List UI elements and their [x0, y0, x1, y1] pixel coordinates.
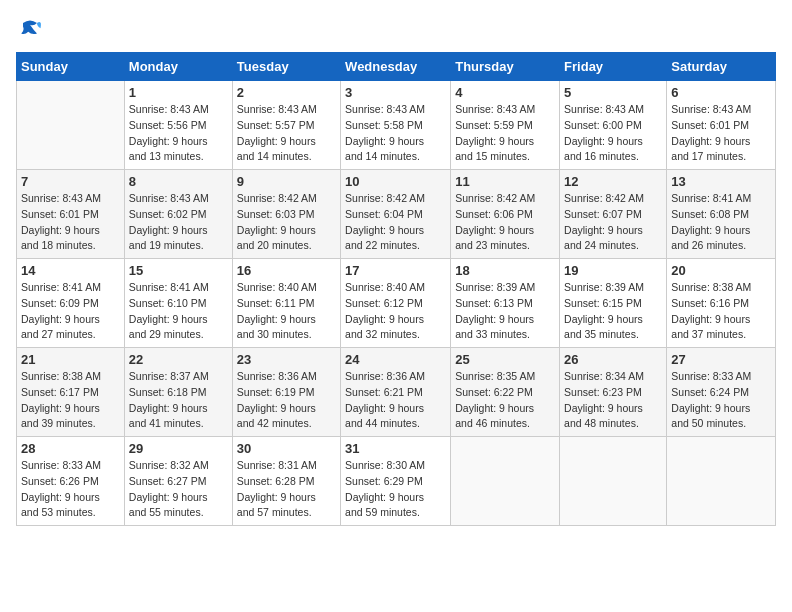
day-number: 26 — [564, 352, 662, 367]
calendar-cell: 1Sunrise: 8:43 AM Sunset: 5:56 PM Daylig… — [124, 81, 232, 170]
weekday-header-wednesday: Wednesday — [341, 53, 451, 81]
calendar-cell — [17, 81, 125, 170]
logo-bird-icon — [16, 16, 44, 44]
weekday-header-tuesday: Tuesday — [232, 53, 340, 81]
day-info: Sunrise: 8:43 AM Sunset: 5:57 PM Dayligh… — [237, 102, 336, 165]
day-info: Sunrise: 8:42 AM Sunset: 6:03 PM Dayligh… — [237, 191, 336, 254]
day-number: 13 — [671, 174, 771, 189]
day-number: 10 — [345, 174, 446, 189]
calendar-cell: 10Sunrise: 8:42 AM Sunset: 6:04 PM Dayli… — [341, 170, 451, 259]
calendar-cell: 16Sunrise: 8:40 AM Sunset: 6:11 PM Dayli… — [232, 259, 340, 348]
day-number: 18 — [455, 263, 555, 278]
day-info: Sunrise: 8:34 AM Sunset: 6:23 PM Dayligh… — [564, 369, 662, 432]
day-number: 3 — [345, 85, 446, 100]
day-info: Sunrise: 8:39 AM Sunset: 6:13 PM Dayligh… — [455, 280, 555, 343]
calendar-cell: 15Sunrise: 8:41 AM Sunset: 6:10 PM Dayli… — [124, 259, 232, 348]
day-info: Sunrise: 8:42 AM Sunset: 6:06 PM Dayligh… — [455, 191, 555, 254]
calendar-cell: 4Sunrise: 8:43 AM Sunset: 5:59 PM Daylig… — [451, 81, 560, 170]
day-number: 21 — [21, 352, 120, 367]
weekday-header-thursday: Thursday — [451, 53, 560, 81]
day-number: 5 — [564, 85, 662, 100]
day-info: Sunrise: 8:31 AM Sunset: 6:28 PM Dayligh… — [237, 458, 336, 521]
calendar-cell: 26Sunrise: 8:34 AM Sunset: 6:23 PM Dayli… — [560, 348, 667, 437]
weekday-header-saturday: Saturday — [667, 53, 776, 81]
day-number: 1 — [129, 85, 228, 100]
calendar-cell: 25Sunrise: 8:35 AM Sunset: 6:22 PM Dayli… — [451, 348, 560, 437]
calendar-cell: 14Sunrise: 8:41 AM Sunset: 6:09 PM Dayli… — [17, 259, 125, 348]
day-number: 25 — [455, 352, 555, 367]
calendar-cell: 7Sunrise: 8:43 AM Sunset: 6:01 PM Daylig… — [17, 170, 125, 259]
calendar-cell: 9Sunrise: 8:42 AM Sunset: 6:03 PM Daylig… — [232, 170, 340, 259]
day-info: Sunrise: 8:37 AM Sunset: 6:18 PM Dayligh… — [129, 369, 228, 432]
day-number: 15 — [129, 263, 228, 278]
calendar-week-row: 1Sunrise: 8:43 AM Sunset: 5:56 PM Daylig… — [17, 81, 776, 170]
day-number: 27 — [671, 352, 771, 367]
day-number: 11 — [455, 174, 555, 189]
day-info: Sunrise: 8:38 AM Sunset: 6:16 PM Dayligh… — [671, 280, 771, 343]
day-number: 29 — [129, 441, 228, 456]
page-header — [16, 16, 776, 44]
day-info: Sunrise: 8:40 AM Sunset: 6:11 PM Dayligh… — [237, 280, 336, 343]
day-number: 8 — [129, 174, 228, 189]
day-info: Sunrise: 8:43 AM Sunset: 5:56 PM Dayligh… — [129, 102, 228, 165]
day-number: 2 — [237, 85, 336, 100]
calendar-cell: 6Sunrise: 8:43 AM Sunset: 6:01 PM Daylig… — [667, 81, 776, 170]
day-info: Sunrise: 8:41 AM Sunset: 6:09 PM Dayligh… — [21, 280, 120, 343]
day-info: Sunrise: 8:36 AM Sunset: 6:19 PM Dayligh… — [237, 369, 336, 432]
weekday-header-sunday: Sunday — [17, 53, 125, 81]
day-info: Sunrise: 8:43 AM Sunset: 6:00 PM Dayligh… — [564, 102, 662, 165]
day-info: Sunrise: 8:43 AM Sunset: 5:59 PM Dayligh… — [455, 102, 555, 165]
calendar-cell: 13Sunrise: 8:41 AM Sunset: 6:08 PM Dayli… — [667, 170, 776, 259]
calendar-week-row: 21Sunrise: 8:38 AM Sunset: 6:17 PM Dayli… — [17, 348, 776, 437]
calendar-cell: 11Sunrise: 8:42 AM Sunset: 6:06 PM Dayli… — [451, 170, 560, 259]
day-info: Sunrise: 8:33 AM Sunset: 6:26 PM Dayligh… — [21, 458, 120, 521]
calendar-cell: 22Sunrise: 8:37 AM Sunset: 6:18 PM Dayli… — [124, 348, 232, 437]
day-info: Sunrise: 8:30 AM Sunset: 6:29 PM Dayligh… — [345, 458, 446, 521]
calendar-table: SundayMondayTuesdayWednesdayThursdayFrid… — [16, 52, 776, 526]
weekday-header-monday: Monday — [124, 53, 232, 81]
calendar-cell: 3Sunrise: 8:43 AM Sunset: 5:58 PM Daylig… — [341, 81, 451, 170]
day-info: Sunrise: 8:43 AM Sunset: 6:02 PM Dayligh… — [129, 191, 228, 254]
day-info: Sunrise: 8:42 AM Sunset: 6:04 PM Dayligh… — [345, 191, 446, 254]
day-number: 28 — [21, 441, 120, 456]
calendar-cell — [667, 437, 776, 526]
day-number: 23 — [237, 352, 336, 367]
calendar-week-row: 7Sunrise: 8:43 AM Sunset: 6:01 PM Daylig… — [17, 170, 776, 259]
calendar-cell: 23Sunrise: 8:36 AM Sunset: 6:19 PM Dayli… — [232, 348, 340, 437]
day-info: Sunrise: 8:40 AM Sunset: 6:12 PM Dayligh… — [345, 280, 446, 343]
calendar-cell: 2Sunrise: 8:43 AM Sunset: 5:57 PM Daylig… — [232, 81, 340, 170]
calendar-cell: 21Sunrise: 8:38 AM Sunset: 6:17 PM Dayli… — [17, 348, 125, 437]
day-number: 22 — [129, 352, 228, 367]
day-number: 19 — [564, 263, 662, 278]
day-number: 30 — [237, 441, 336, 456]
day-number: 31 — [345, 441, 446, 456]
calendar-cell: 5Sunrise: 8:43 AM Sunset: 6:00 PM Daylig… — [560, 81, 667, 170]
logo — [16, 16, 48, 44]
calendar-week-row: 14Sunrise: 8:41 AM Sunset: 6:09 PM Dayli… — [17, 259, 776, 348]
day-number: 4 — [455, 85, 555, 100]
day-info: Sunrise: 8:36 AM Sunset: 6:21 PM Dayligh… — [345, 369, 446, 432]
weekday-header-friday: Friday — [560, 53, 667, 81]
day-info: Sunrise: 8:42 AM Sunset: 6:07 PM Dayligh… — [564, 191, 662, 254]
day-info: Sunrise: 8:32 AM Sunset: 6:27 PM Dayligh… — [129, 458, 228, 521]
calendar-cell: 27Sunrise: 8:33 AM Sunset: 6:24 PM Dayli… — [667, 348, 776, 437]
day-number: 14 — [21, 263, 120, 278]
day-info: Sunrise: 8:41 AM Sunset: 6:08 PM Dayligh… — [671, 191, 771, 254]
day-info: Sunrise: 8:35 AM Sunset: 6:22 PM Dayligh… — [455, 369, 555, 432]
calendar-cell: 28Sunrise: 8:33 AM Sunset: 6:26 PM Dayli… — [17, 437, 125, 526]
day-info: Sunrise: 8:43 AM Sunset: 6:01 PM Dayligh… — [671, 102, 771, 165]
calendar-cell: 24Sunrise: 8:36 AM Sunset: 6:21 PM Dayli… — [341, 348, 451, 437]
day-info: Sunrise: 8:33 AM Sunset: 6:24 PM Dayligh… — [671, 369, 771, 432]
calendar-cell: 18Sunrise: 8:39 AM Sunset: 6:13 PM Dayli… — [451, 259, 560, 348]
day-number: 17 — [345, 263, 446, 278]
calendar-cell — [451, 437, 560, 526]
day-number: 6 — [671, 85, 771, 100]
day-number: 9 — [237, 174, 336, 189]
day-info: Sunrise: 8:41 AM Sunset: 6:10 PM Dayligh… — [129, 280, 228, 343]
calendar-cell: 29Sunrise: 8:32 AM Sunset: 6:27 PM Dayli… — [124, 437, 232, 526]
day-info: Sunrise: 8:39 AM Sunset: 6:15 PM Dayligh… — [564, 280, 662, 343]
calendar-cell: 19Sunrise: 8:39 AM Sunset: 6:15 PM Dayli… — [560, 259, 667, 348]
day-number: 16 — [237, 263, 336, 278]
calendar-cell — [560, 437, 667, 526]
calendar-cell: 31Sunrise: 8:30 AM Sunset: 6:29 PM Dayli… — [341, 437, 451, 526]
